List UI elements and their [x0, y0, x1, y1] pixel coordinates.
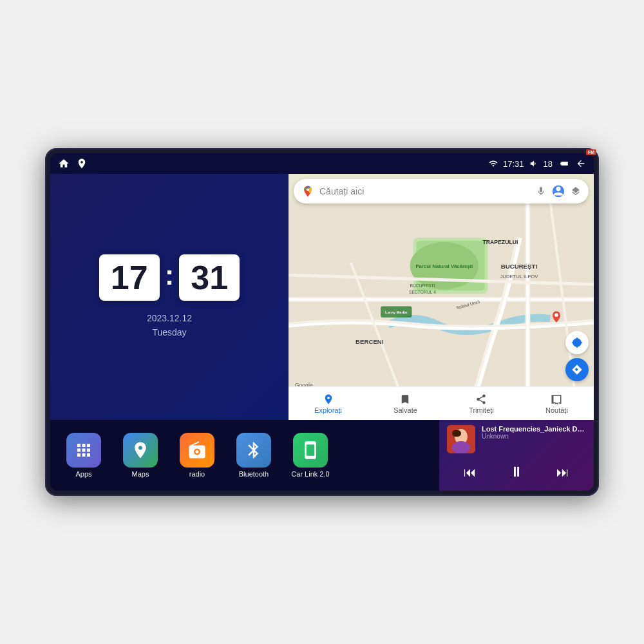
- svg-text:BERCENI: BERCENI: [355, 338, 384, 345]
- status-bar: 17:31 18: [50, 153, 594, 174]
- app-item-carlink[interactable]: Car Link 2.0: [287, 433, 334, 478]
- music-play-btn[interactable]: ⏸: [504, 461, 529, 483]
- status-right: 17:31 18: [489, 158, 586, 169]
- app-item-apps[interactable]: Apps: [61, 433, 107, 478]
- radio-icon-bg: FM: [180, 433, 214, 468]
- volume-icon: [529, 159, 538, 168]
- map-bottom-bar: Explorați Salvate Trimiteți Noutăți: [289, 386, 594, 420]
- location-btn[interactable]: [565, 331, 589, 354]
- top-section: 17 : 31 2023.12.12 Tuesday: [50, 174, 594, 420]
- bottom-section: Apps Maps: [50, 420, 594, 491]
- my-location-icon: [571, 337, 583, 348]
- map-search-bar[interactable]: Căutați aici: [294, 179, 589, 204]
- main-content: 17 : 31 2023.12.12 Tuesday: [50, 174, 594, 491]
- svg-text:BUCUREȘTI: BUCUREȘTI: [501, 263, 538, 270]
- svg-text:TRAPEZULUI: TRAPEZULUI: [482, 239, 518, 245]
- back-icon[interactable]: [576, 158, 586, 169]
- svg-rect-9: [527, 200, 529, 393]
- clock-panel: 17 : 31 2023.12.12 Tuesday: [50, 174, 289, 420]
- album-art-image: [447, 425, 475, 453]
- app-item-maps[interactable]: Maps: [117, 433, 164, 478]
- map-nav-share[interactable]: Trimiteți: [469, 393, 494, 414]
- map-search-right: [536, 184, 581, 198]
- status-left: [58, 158, 88, 169]
- clock-hours: 17: [99, 254, 160, 301]
- map-panel[interactable]: Parcul Natural Văcărești TRAPEZULUI BUCU…: [289, 174, 594, 420]
- maps-label: Maps: [132, 470, 149, 478]
- carlink-label: Car Link 2.0: [291, 470, 329, 478]
- home-icon[interactable]: [58, 158, 70, 169]
- layers-icon[interactable]: [571, 186, 581, 196]
- carlink-icon-bg: [293, 433, 328, 468]
- music-next-btn[interactable]: ⏭: [551, 462, 574, 482]
- music-panel: Lost Frequencies_Janieck Devy-... Unknow…: [439, 420, 594, 491]
- svg-rect-0: [560, 163, 566, 164]
- bluetooth-label: Bluetooth: [239, 470, 269, 478]
- music-controls: ⏮ ⏸ ⏭: [447, 461, 586, 483]
- svg-point-26: [307, 188, 309, 191]
- map-right-controls: [565, 331, 589, 381]
- map-nav-explore[interactable]: Explorați: [314, 393, 342, 414]
- map-nav-saved[interactable]: Salvate: [393, 393, 417, 414]
- app-item-bluetooth[interactable]: Bluetooth: [231, 433, 277, 478]
- map-search-text[interactable]: Căutați aici: [319, 186, 531, 196]
- maps-status-icon[interactable]: [76, 158, 88, 169]
- svg-rect-32: [452, 430, 461, 437]
- signal-icon: [489, 159, 498, 168]
- screen: 17:31 18: [50, 153, 594, 491]
- music-album-art: [447, 425, 475, 453]
- map-nav-news[interactable]: Noutăți: [545, 393, 568, 414]
- radio-label: radio: [189, 470, 205, 478]
- status-time: 17:31: [503, 159, 524, 169]
- clock-minutes: 31: [179, 254, 240, 301]
- music-top: Lost Frequencies_Janieck Devy-... Unknow…: [447, 425, 586, 453]
- svg-text:SECTORUL 4: SECTORUL 4: [409, 290, 436, 294]
- apps-row: Apps Maps: [50, 420, 439, 491]
- clock-display: 17 : 31: [99, 254, 240, 301]
- svg-point-25: [554, 313, 558, 317]
- maps-icon: [123, 433, 158, 468]
- navigation-btn[interactable]: [565, 358, 589, 381]
- svg-text:BUCUREȘTI: BUCUREȘTI: [410, 283, 435, 289]
- svg-rect-7: [289, 298, 594, 301]
- clock-colon: :: [165, 259, 175, 291]
- mic-icon[interactable]: [536, 186, 546, 196]
- car-screen-device: 17:31 18: [45, 148, 599, 496]
- app-item-radio[interactable]: FM radio: [174, 433, 220, 478]
- svg-rect-1: [567, 163, 567, 164]
- google-maps-icon: [301, 185, 314, 198]
- music-info: Lost Frequencies_Janieck Devy-... Unknow…: [482, 425, 586, 440]
- volume-level: 18: [544, 159, 553, 169]
- clock-date: 2023.12.12 Tuesday: [147, 311, 192, 340]
- apps-label: Apps: [75, 470, 91, 478]
- svg-text:JUDEȚUL ILFOV: JUDEȚUL ILFOV: [500, 274, 538, 279]
- account-icon[interactable]: [551, 184, 565, 198]
- apps-icon: [66, 433, 101, 468]
- svg-text:Leroy Merlin: Leroy Merlin: [385, 310, 408, 314]
- bluetooth-icon-bg: [236, 433, 271, 468]
- svg-text:Parcul Natural Văcărești: Parcul Natural Văcărești: [415, 263, 473, 269]
- music-prev-btn[interactable]: ⏮: [459, 462, 482, 482]
- navigation-icon: [571, 364, 583, 375]
- music-artist: Unknown: [482, 433, 586, 440]
- music-title: Lost Frequencies_Janieck Devy-...: [482, 425, 586, 433]
- map-background: Parcul Natural Văcărești TRAPEZULUI BUCU…: [289, 174, 594, 420]
- battery-icon: [558, 159, 571, 168]
